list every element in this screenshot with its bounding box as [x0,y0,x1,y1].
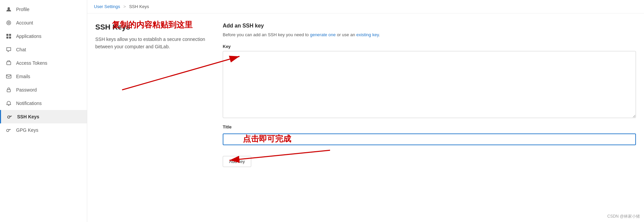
svg-rect-7 [7,62,11,65]
title-form-group: Title [223,124,636,145]
gpg-keys-icon [5,127,12,133]
existing-key-link[interactable]: existing key [356,32,379,37]
form-title: Add an SSH key [223,23,636,29]
sidebar-item-label-chat: Chat [16,47,26,52]
sidebar-item-gpg-keys[interactable]: GPG Keys [0,123,87,137]
breadcrumb: User Settings > SSH Keys [87,0,644,13]
right-section: Add an SSH key Before you can add an SSH… [223,23,636,167]
sidebar-item-label-notifications: Notifications [16,101,42,106]
sidebar-item-account[interactable]: Account [0,16,87,30]
main-content: User Settings > SSH Keys SSH Keys SSH ke… [87,0,644,222]
left-section: SSH Keys SSH keys allow you to establish… [95,23,209,167]
sidebar-item-password[interactable]: Password [0,83,87,97]
instruction-before: Before you can add an SSH key you need t… [223,32,310,37]
sidebar-item-label-password: Password [16,87,37,93]
generate-link[interactable]: generate one [310,32,336,37]
svg-point-0 [8,7,10,10]
sidebar: Profile Account Applications Chat Access… [0,0,87,222]
instruction-after: . [379,32,380,37]
page-body: SSH Keys SSH keys allow you to establish… [87,13,644,176]
section-title: SSH Keys [95,23,209,32]
watermark: CSDN @林家小猪 [607,214,640,219]
sidebar-item-applications[interactable]: Applications [0,30,87,43]
title-input[interactable] [223,133,636,145]
svg-point-10 [8,116,10,118]
profile-icon [5,6,12,13]
svg-point-1 [7,21,11,25]
key-label: Key [223,44,636,49]
svg-rect-3 [6,34,8,36]
notifications-icon [5,100,12,107]
svg-point-11 [7,129,9,132]
section-desc: SSH keys allow you to establish a secure… [95,36,209,51]
svg-rect-9 [7,90,10,92]
sidebar-item-access-tokens[interactable]: Access Tokens [0,56,87,70]
account-icon [5,19,12,26]
svg-rect-4 [9,34,11,36]
password-icon [5,87,12,93]
instruction-text: Before you can add an SSH key you need t… [223,32,636,39]
sidebar-item-chat[interactable]: Chat [0,43,87,56]
sidebar-item-label-emails: Emails [16,74,30,79]
ssh-keys-icon [6,113,13,120]
instruction-middle: or use an [336,32,356,37]
breadcrumb-parent[interactable]: User Settings [94,4,120,9]
svg-rect-8 [6,75,11,78]
sidebar-item-label-account: Account [16,20,33,25]
svg-rect-5 [6,37,8,39]
svg-rect-6 [9,37,11,39]
sidebar-item-emails[interactable]: Emails [0,70,87,83]
breadcrumb-separator: > [123,4,126,9]
sidebar-item-label-profile: Profile [16,7,30,12]
sidebar-item-label-gpg-keys: GPG Keys [16,127,38,133]
breadcrumb-current: SSH Keys [129,4,149,9]
chat-icon [5,46,12,53]
sidebar-item-profile[interactable]: Profile [0,3,87,16]
add-key-button[interactable]: Add key [223,156,251,167]
key-textarea[interactable] [223,51,636,118]
svg-point-2 [8,22,10,24]
access-tokens-icon [5,60,12,66]
title-label: Title [223,124,636,129]
key-form-group: Key [223,44,636,119]
sidebar-item-notifications[interactable]: Notifications [0,97,87,110]
sidebar-item-label-access-tokens: Access Tokens [16,60,47,66]
applications-icon [5,33,12,40]
sidebar-item-ssh-keys[interactable]: SSH Keys [0,110,87,123]
sidebar-item-label-ssh-keys: SSH Keys [17,114,39,119]
emails-icon [5,73,12,80]
sidebar-item-label-applications: Applications [16,34,42,39]
